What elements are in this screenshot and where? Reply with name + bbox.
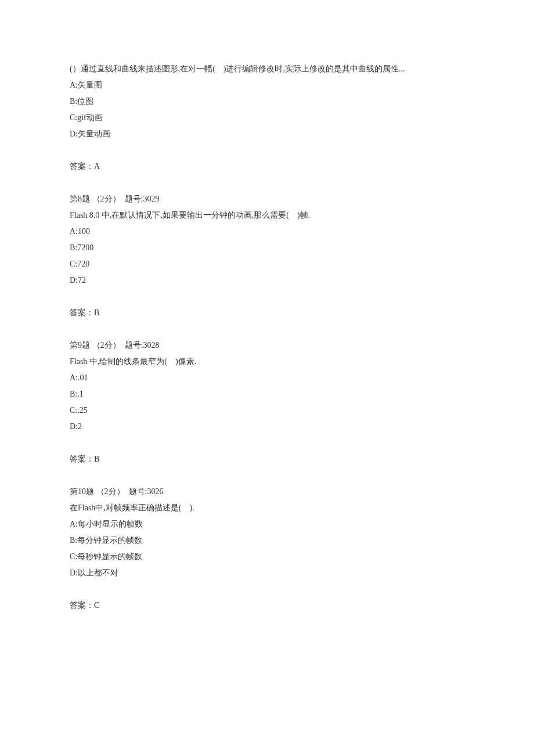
question-10: 第10题 （2分） 题号:3026 在Flash中,对帧频率正确描述是( ). … [70, 484, 464, 614]
option-c: C:gif动画 [70, 110, 464, 126]
option-b: B:位图 [70, 93, 464, 110]
question-header: 第8题 （2分） 题号:3029 [70, 191, 464, 207]
answer-text: 答案：A [70, 159, 464, 175]
option-d: D:2 [70, 419, 464, 435]
question-7: (）通过直线和曲线来描述图形,在对一幅( )进行编辑修改时,实际上修改的是其中曲… [70, 61, 464, 175]
question-header: 第10题 （2分） 题号:3026 [70, 484, 464, 500]
option-c: C:每秒钟显示的帧数 [70, 549, 464, 565]
answer-text: 答案：B [70, 451, 464, 467]
answer-text: 答案：B [70, 305, 464, 321]
option-c: C:720 [70, 256, 464, 272]
question-9: 第9题 （2分） 题号:3028 Flash 中,绘制的线条最窄为( )像素. … [70, 337, 464, 467]
option-a: A:每小时显示的帧数 [70, 516, 464, 532]
option-a: A:.01 [70, 370, 464, 386]
question-8: 第8题 （2分） 题号:3029 Flash 8.0 中,在默认情况下,如果要输… [70, 191, 464, 321]
option-d: D:矢量动画 [70, 126, 464, 142]
option-a: A:矢量图 [70, 77, 464, 93]
option-d: D:以上都不对 [70, 565, 464, 581]
option-c: C:.25 [70, 402, 464, 419]
option-a: A:100 [70, 224, 464, 240]
question-prompt: Flash 中,绘制的线条最窄为( )像素. [70, 354, 464, 370]
option-b: B:7200 [70, 240, 464, 256]
option-b: B:.1 [70, 386, 464, 402]
question-prompt: 在Flash中,对帧频率正确描述是( ). [70, 500, 464, 516]
question-prompt: (）通过直线和曲线来描述图形,在对一幅( )进行编辑修改时,实际上修改的是其中曲… [70, 61, 464, 77]
question-header: 第9题 （2分） 题号:3028 [70, 337, 464, 354]
question-prompt: Flash 8.0 中,在默认情况下,如果要输出一分钟的动画,那么需要( )帧. [70, 207, 464, 224]
option-d: D:72 [70, 272, 464, 289]
option-b: B:每分钟显示的帧数 [70, 532, 464, 549]
answer-text: 答案：C [70, 597, 464, 614]
